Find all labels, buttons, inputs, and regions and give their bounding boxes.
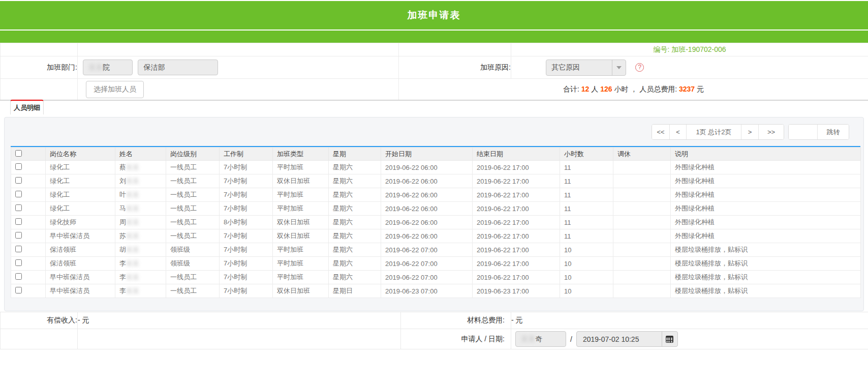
help-icon[interactable]: ? [635, 63, 644, 72]
cell-comp [613, 216, 671, 229]
row-checkbox[interactable] [15, 259, 22, 266]
cell-level: 领班级 [166, 243, 220, 257]
cell-end: 2019-06-22 17:00 [473, 161, 560, 174]
cell-start: 2019-06-22 06:00 [381, 229, 473, 243]
cell-note: 楼层垃圾桶排放，贴标识 [671, 257, 861, 271]
next-page-button[interactable]: > [741, 125, 758, 139]
cell-weekday: 星期六 [329, 202, 381, 216]
select-all-checkbox[interactable] [15, 150, 22, 157]
summary-fee-label: 人员总费用: [639, 85, 677, 93]
cell-start: 2019-06-22 06:00 [381, 161, 473, 174]
reason-cell: 其它原因 ? [511, 56, 868, 79]
prev-page-button[interactable]: < [669, 125, 686, 139]
dept-hospital-field[interactable]: 某某院 [83, 60, 133, 75]
cell-name: 周某某 [115, 216, 166, 229]
cell-note: 外围绿化种植 [671, 161, 861, 174]
cell-name: 叶某某 [115, 188, 166, 202]
row-checkbox[interactable] [15, 232, 22, 239]
row-checkbox[interactable] [15, 246, 22, 252]
summary-prefix: 合计: [563, 85, 579, 93]
last-page-button[interactable]: >> [758, 125, 784, 139]
cell-end: 2019-06-22 17:00 [473, 174, 560, 188]
cell-position: 绿化技师 [46, 216, 115, 229]
redacted-text: 某某 [126, 287, 139, 294]
cell-name: 苏某某 [115, 229, 166, 243]
row-checkbox[interactable] [15, 177, 22, 184]
cell-type: 双休日加班 [273, 174, 329, 188]
material-value: - 元 [511, 312, 868, 329]
redacted-text: 某某 [126, 273, 139, 281]
cell-position: 绿化工 [46, 202, 115, 216]
row-checkbox[interactable] [15, 287, 22, 293]
column-header: 加班类型 [273, 148, 329, 161]
select-staff-button[interactable]: 选择加班人员 [86, 81, 144, 98]
cell-schedule: 7小时制 [220, 243, 273, 257]
table-row: 绿化技师周某某一线员工8小时制双休日加班星期六2019-06-22 06:002… [11, 216, 861, 229]
cell-start: 2019-06-22 06:00 [381, 216, 473, 229]
applicant-date-slash: / [570, 335, 572, 343]
cell-level: 领班级 [166, 257, 220, 271]
personnel-detail-panel: << < 1页 总计2页 > >> 跳转 岗位名称姓名岗位级别工作制加班类型星期… [4, 117, 864, 311]
cell-position: 保洁领班 [46, 243, 115, 257]
first-page-button[interactable]: << [652, 125, 669, 139]
income-value: - 元 [78, 312, 401, 329]
cell-comp [613, 161, 671, 174]
row-checkbox[interactable] [15, 191, 22, 197]
dept-section-field[interactable]: 保洁部 [138, 60, 218, 75]
column-header: 工作制 [220, 148, 273, 161]
cell-level: 一线员工 [166, 284, 220, 298]
form-empty-cell [399, 43, 511, 56]
form-empty-cell [78, 43, 399, 56]
calendar-icon[interactable] [662, 332, 677, 346]
row-checkbox[interactable] [15, 163, 22, 170]
redacted-text: 某某 [88, 63, 103, 72]
cell-level: 一线员工 [166, 174, 220, 188]
summary-hours-count: 126 [600, 85, 612, 93]
cell-level: 一线员工 [166, 271, 220, 284]
cell-type: 平时加班 [273, 202, 329, 216]
row-checkbox[interactable] [15, 273, 22, 280]
dept-hospital-visible: 院 [103, 63, 110, 72]
serial-number: 编号: 加班-190702-006 [511, 43, 868, 56]
table-row: 绿化工马某某一线员工7小时制平时加班星期六2019-06-22 06:00201… [11, 202, 861, 216]
jump-page-input[interactable] [789, 125, 817, 139]
reason-select[interactable]: 其它原因 [546, 60, 626, 76]
tab-label: 人员明细 [14, 103, 40, 112]
cell-comp [613, 243, 671, 257]
cell-type: 平时加班 [273, 188, 329, 202]
redacted-text: 某某 [126, 163, 139, 171]
cell-level: 一线员工 [166, 161, 220, 174]
apply-date-field[interactable]: 2019-07-02 10:25 [576, 331, 678, 347]
cell-comp [613, 271, 671, 284]
serial-value: 加班-190702-006 [671, 45, 726, 53]
dept-inputs-cell: 某某院 保洁部 [78, 56, 399, 79]
jump-button[interactable]: 跳转 [817, 125, 849, 139]
summary-fee-value: 3237 [679, 85, 695, 93]
cell-name: 李某某 [115, 271, 166, 284]
cell-weekday: 星期六 [329, 161, 381, 174]
tab-personnel-detail[interactable]: 人员明细 [10, 100, 44, 114]
page-info: 1页 总计2页 [686, 125, 741, 139]
column-header: 结束日期 [473, 148, 560, 161]
cell-hours: 10 [560, 243, 613, 257]
row-checkbox[interactable] [15, 218, 22, 225]
row-checkbox-cell [11, 174, 46, 188]
cell-hours: 11 [560, 188, 613, 202]
cell-schedule: 7小时制 [220, 202, 273, 216]
applicant-field[interactable]: 某某奇 [515, 331, 566, 347]
cell-type: 双休日加班 [273, 284, 329, 298]
cell-note: 楼层垃圾桶排放，贴标识 [671, 284, 861, 298]
cell-type: 双休日加班 [273, 229, 329, 243]
cell-position: 保洁领班 [46, 257, 115, 271]
footer-empty-cell [1, 329, 78, 349]
table-row: 早中班保洁员李某某一线员工7小时制平时加班星期六2019-06-22 07:00… [11, 271, 861, 284]
chevron-down-icon[interactable] [612, 60, 626, 75]
row-checkbox[interactable] [15, 204, 22, 211]
cell-start: 2019-06-22 07:00 [381, 243, 473, 257]
form-empty-cell [1, 43, 78, 56]
redacted-text: 某某 [126, 177, 139, 185]
summary-people-count: 12 [581, 85, 590, 93]
cell-note: 外围绿化种植 [671, 174, 861, 188]
cell-level: 一线员工 [166, 188, 220, 202]
table-row: 早中班保洁员苏某某一线员工7小时制双休日加班星期六2019-06-22 06:0… [11, 229, 861, 243]
